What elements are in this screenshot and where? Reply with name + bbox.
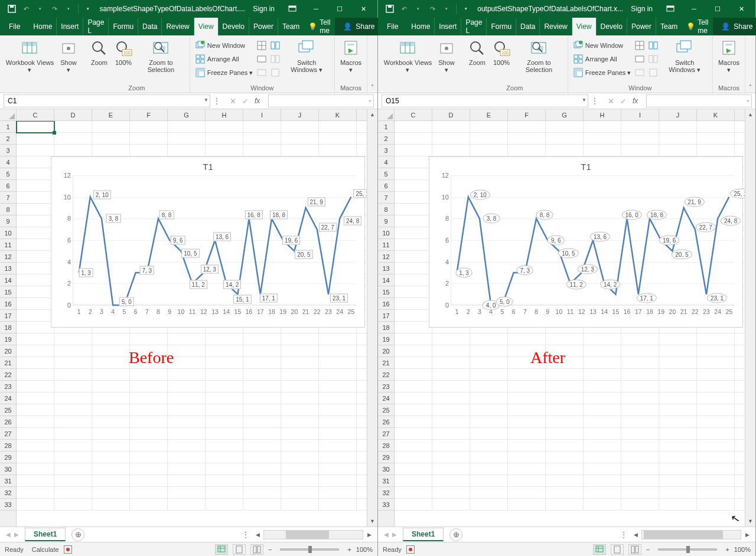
maximize-button[interactable]: ☐ — [706, 0, 729, 18]
cell[interactable] — [508, 333, 546, 345]
cell[interactable] — [470, 121, 508, 132]
cell[interactable] — [92, 499, 130, 510]
cell[interactable] — [395, 286, 432, 297]
cell[interactable] — [395, 121, 432, 132]
row-header[interactable]: 4 — [0, 156, 16, 168]
cell[interactable] — [281, 345, 319, 357]
cell[interactable] — [546, 133, 584, 144]
cell[interactable] — [395, 239, 432, 250]
name-box[interactable]: C1▼ — [4, 94, 210, 107]
cell[interactable] — [319, 428, 357, 439]
row-header[interactable]: 30 — [378, 463, 394, 475]
row-header[interactable]: 21 — [0, 357, 16, 369]
row-header[interactable]: 29 — [0, 452, 16, 463]
maximize-button[interactable]: ☐ — [328, 0, 351, 18]
cell[interactable] — [281, 416, 319, 427]
cell[interactable] — [470, 487, 508, 498]
cell[interactable] — [17, 333, 54, 345]
horizontal-scrollbar[interactable]: ⋮ ◀ ▶ — [242, 530, 377, 539]
col-header[interactable]: C — [17, 109, 54, 120]
cell[interactable] — [546, 452, 584, 463]
tab-formulas[interactable]: Formu — [109, 18, 138, 35]
row-header[interactable]: 3 — [378, 145, 394, 156]
cell[interactable] — [243, 428, 281, 439]
cell[interactable] — [508, 428, 546, 439]
cell[interactable] — [206, 416, 243, 427]
cell[interactable] — [206, 452, 243, 463]
cell[interactable] — [395, 251, 432, 262]
col-header[interactable]: E — [92, 109, 130, 120]
row-header[interactable]: 1 — [378, 121, 394, 133]
cell[interactable] — [584, 145, 621, 156]
cell[interactable] — [17, 475, 54, 486]
cell[interactable] — [17, 393, 54, 404]
cell[interactable] — [54, 428, 92, 439]
share-button[interactable]: 👤Share — [335, 18, 383, 35]
row-header[interactable]: 26 — [0, 416, 16, 428]
save-icon[interactable] — [6, 3, 18, 15]
cell[interactable] — [470, 499, 508, 510]
switch-windows-button[interactable]: Switch Windows ▾ — [660, 38, 709, 74]
sheet-nav-next-icon[interactable]: ▶ — [14, 531, 19, 538]
cell[interactable] — [92, 381, 130, 392]
cell[interactable] — [546, 381, 584, 392]
tab-power[interactable]: Power — [627, 18, 656, 35]
cell[interactable] — [432, 345, 470, 357]
cell[interactable] — [54, 333, 92, 345]
cell[interactable] — [470, 416, 508, 427]
cell[interactable] — [432, 463, 470, 475]
cell[interactable] — [395, 345, 432, 357]
row-header[interactable]: 19 — [0, 333, 16, 345]
cell[interactable] — [281, 487, 319, 498]
cell[interactable] — [319, 463, 357, 475]
cell[interactable] — [470, 475, 508, 486]
macros-button[interactable]: Macros▾ — [716, 38, 741, 74]
cell[interactable] — [168, 333, 206, 345]
cell[interactable] — [319, 404, 357, 416]
tab-power[interactable]: Power — [249, 18, 278, 35]
cell[interactable] — [395, 263, 432, 274]
tab-data[interactable]: Data — [516, 18, 540, 35]
cell[interactable] — [281, 475, 319, 486]
cell[interactable] — [54, 133, 92, 144]
cell[interactable] — [659, 393, 697, 404]
cell[interactable] — [168, 133, 206, 144]
cell[interactable] — [319, 369, 357, 380]
cell[interactable] — [659, 440, 697, 451]
cell[interactable] — [130, 145, 168, 156]
cell[interactable] — [395, 393, 432, 404]
cell[interactable] — [508, 121, 546, 132]
cell[interactable] — [508, 440, 546, 451]
cell[interactable] — [432, 121, 470, 132]
formula-bar[interactable]: ⌄ — [268, 94, 374, 107]
cell[interactable] — [584, 133, 621, 144]
view-side-button[interactable] — [647, 39, 660, 52]
cell[interactable] — [130, 440, 168, 451]
cell[interactable] — [659, 428, 697, 439]
tab-home[interactable]: Home — [29, 18, 57, 35]
cell[interactable] — [432, 333, 470, 345]
cell[interactable] — [17, 204, 54, 215]
cell[interactable] — [659, 475, 697, 486]
cell[interactable] — [697, 475, 735, 486]
row-header[interactable]: 13 — [0, 263, 16, 274]
cell[interactable] — [281, 381, 319, 392]
cell[interactable] — [659, 133, 697, 144]
sheet-tab[interactable]: Sheet1 — [403, 528, 444, 541]
cell[interactable] — [130, 381, 168, 392]
row-header[interactable]: 18 — [0, 322, 16, 333]
cell[interactable] — [395, 274, 432, 286]
workbook-views-button[interactable]: Workbook Views ▾ — [4, 38, 56, 74]
cell[interactable] — [319, 333, 357, 345]
cell[interactable] — [697, 393, 735, 404]
cell[interactable] — [395, 381, 432, 392]
cell[interactable] — [92, 452, 130, 463]
cell[interactable] — [168, 428, 206, 439]
page-layout-view-icon[interactable] — [611, 544, 624, 555]
vertical-scrollbar[interactable]: ▲▼ — [367, 109, 377, 526]
cell[interactable] — [470, 369, 508, 380]
chart-object[interactable]: T1 024681012 123456789101112131415161718… — [429, 156, 743, 328]
tab-page-layout[interactable]: Page L — [461, 18, 487, 35]
macro-record-icon[interactable] — [64, 545, 72, 554]
cell[interactable] — [17, 192, 54, 203]
